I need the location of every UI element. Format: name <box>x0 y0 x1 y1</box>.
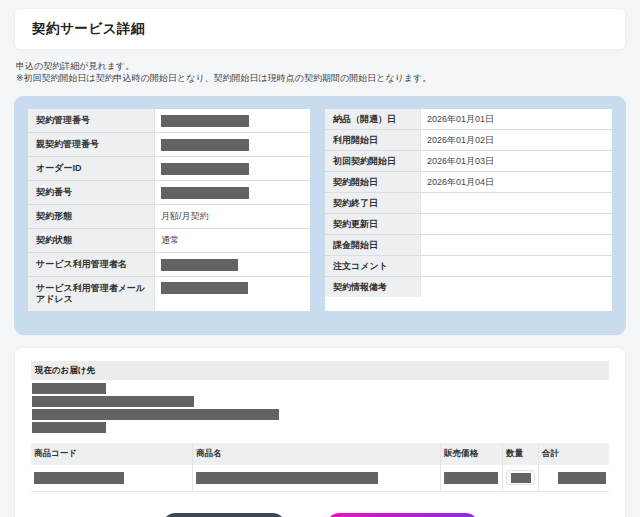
field-label: 契約形態 <box>28 205 155 228</box>
field-label: 契約終了日 <box>325 193 421 213</box>
redacted-address-line <box>32 396 194 407</box>
field-value <box>421 214 612 234</box>
field-value <box>155 181 310 204</box>
field-label: 契約更新日 <box>325 214 421 234</box>
field-label: 注文コメント <box>325 256 421 276</box>
page-title: 契約サービス詳細 <box>32 20 145 38</box>
add-line-item-button[interactable]: 明細を追加する <box>162 513 286 517</box>
redacted-value <box>161 282 248 294</box>
table-row: 納品（開通）日 2026年01月01日 <box>325 109 612 130</box>
field-value <box>421 256 612 276</box>
field-label: 契約情報備考 <box>325 277 421 297</box>
table-row: 注文コメント <box>325 256 612 277</box>
quantity-input[interactable] <box>506 470 535 485</box>
field-value: 月額/月契約 <box>155 205 310 228</box>
column-header-product-code: 商品コード <box>31 443 193 465</box>
field-label: 契約開始日 <box>325 172 421 192</box>
page-header-card: 契約サービス詳細 <box>14 8 626 50</box>
field-value <box>155 253 310 276</box>
table-row: 契約番号 <box>28 181 310 205</box>
product-table: 商品コード 商品名 販売価格 数量 合計 <box>31 443 609 492</box>
order-detail-card: 現在のお届け先 商品コード 商品名 販売価格 数量 合計 明細を追加する <box>14 347 626 517</box>
field-label: サービス利用管理者名 <box>28 253 155 276</box>
product-name-cell <box>193 465 441 491</box>
field-label: 納品（開通）日 <box>325 109 421 129</box>
redacted-value <box>511 473 531 483</box>
table-row: オーダーID <box>28 157 310 181</box>
redacted-value <box>161 187 249 199</box>
table-row: 契約状態 通常 <box>28 229 310 253</box>
table-row: 契約情報備考 <box>325 277 612 297</box>
action-buttons: 明細を追加する 数量を変更する <box>31 513 609 517</box>
redacted-value <box>161 115 249 127</box>
redacted-value <box>161 139 249 151</box>
field-value <box>421 277 612 297</box>
field-value: 2026年01月03日 <box>421 151 612 171</box>
total-cell <box>539 465 609 491</box>
table-row: 親契約管理番号 <box>28 133 310 157</box>
table-row: 契約更新日 <box>325 214 612 235</box>
contract-dates-table: 納品（開通）日 2026年01月01日 利用開始日 2026年01月02日 初回… <box>325 109 612 311</box>
field-label: 親契約管理番号 <box>28 133 155 156</box>
table-row: 課金開始日 <box>325 235 612 256</box>
field-value <box>421 193 612 213</box>
field-value <box>155 277 310 311</box>
table-row: 利用開始日 2026年01月02日 <box>325 130 612 151</box>
field-value: 2026年01月02日 <box>421 130 612 150</box>
redacted-value <box>34 472 124 484</box>
column-header-quantity: 数量 <box>503 443 539 465</box>
table-row: 契約形態 月額/月契約 <box>28 205 310 229</box>
redacted-value <box>161 259 238 271</box>
field-label: 課金開始日 <box>325 235 421 255</box>
note-line-2: ※初回契約開始日は契約申込時の開始日となり、契約開始日は現時点の契約期間の開始日… <box>16 72 624 84</box>
change-quantity-button[interactable]: 数量を変更する <box>326 513 479 517</box>
redacted-address-line <box>32 383 106 394</box>
field-value <box>155 133 310 156</box>
field-label: 利用開始日 <box>325 130 421 150</box>
redacted-address-line <box>32 409 279 420</box>
note-line-1: 申込の契約詳細が見れます。 <box>16 60 624 72</box>
field-label: 契約番号 <box>28 181 155 204</box>
redacted-address-line <box>32 422 106 433</box>
field-value <box>421 235 612 255</box>
field-value <box>155 157 310 180</box>
contract-info-table: 契約管理番号 親契約管理番号 オーダーID 契約番号 契約形態 月額/月契約 契… <box>28 109 310 311</box>
product-code-cell <box>31 465 193 491</box>
field-label: 初回契約開始日 <box>325 151 421 171</box>
redacted-value <box>444 472 498 484</box>
table-row: 契約終了日 <box>325 193 612 214</box>
redacted-value <box>196 472 378 484</box>
field-label: 契約状態 <box>28 229 155 252</box>
product-table-row <box>31 465 609 491</box>
contract-detail-panel: 契約管理番号 親契約管理番号 オーダーID 契約番号 契約形態 月額/月契約 契… <box>14 96 626 335</box>
field-label: オーダーID <box>28 157 155 180</box>
table-row: 契約開始日 2026年01月04日 <box>325 172 612 193</box>
field-value: 通常 <box>155 229 310 252</box>
field-value <box>155 109 310 132</box>
table-row: 初回契約開始日 2026年01月03日 <box>325 151 612 172</box>
product-table-header: 商品コード 商品名 販売価格 数量 合計 <box>31 443 609 465</box>
table-row: 契約管理番号 <box>28 109 310 133</box>
page-notes: 申込の契約詳細が見れます。 ※初回契約開始日は契約申込時の開始日となり、契約開始… <box>16 60 624 84</box>
delivery-address-lines <box>31 380 609 433</box>
delivery-address-header: 現在のお届け先 <box>31 361 609 380</box>
table-row: サービス利用管理者名 <box>28 253 310 277</box>
column-header-product-name: 商品名 <box>193 443 441 465</box>
field-value: 2026年01月04日 <box>421 172 612 192</box>
price-cell <box>441 465 503 491</box>
quantity-cell <box>503 465 539 491</box>
column-header-price: 販売価格 <box>441 443 503 465</box>
column-header-total: 合計 <box>539 443 609 465</box>
field-value: 2026年01月01日 <box>421 109 612 129</box>
redacted-value <box>558 472 606 484</box>
table-row: サービス利用管理者メールアドレス <box>28 277 310 311</box>
field-label: 契約管理番号 <box>28 109 155 132</box>
redacted-value <box>161 163 249 175</box>
field-label: サービス利用管理者メールアドレス <box>28 277 155 311</box>
